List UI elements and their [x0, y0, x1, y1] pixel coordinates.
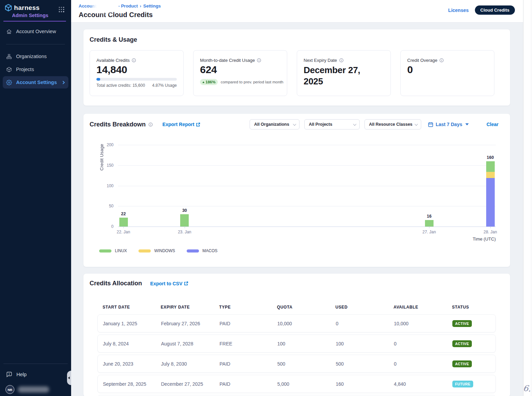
sidebar-item-label: Account Settings: [16, 80, 57, 85]
export-csv-link[interactable]: Export to CSV: [150, 281, 188, 286]
xlab: 22. Jan: [108, 230, 139, 234]
sidebar-divider-bottom: [3, 364, 68, 364]
help-button[interactable]: ? Help: [0, 369, 71, 380]
bar-seg: [486, 161, 495, 172]
app: harness Admin Settings Account Overview: [0, 0, 532, 396]
mtd-usage-value: 624: [200, 64, 280, 76]
legend-label: WINDOWS: [154, 248, 175, 253]
grid-line: [118, 206, 496, 206]
table-header: START DATEEXPIRY DATETYPEQUOTAUSEDAVAILA…: [97, 305, 496, 310]
grid-line: [118, 186, 496, 186]
clear-filters-link[interactable]: Clear: [487, 122, 498, 127]
bar-seg: [119, 218, 128, 227]
calendar-icon: [428, 122, 433, 127]
harness-logo-icon: [4, 4, 12, 12]
sidebar-item-account-settings[interactable]: Account Settings: [3, 76, 68, 88]
credit-overage-value: 0: [407, 64, 488, 76]
chart-legend: LINUXWINDOWSMACOS: [99, 248, 217, 253]
projects-select[interactable]: All Projects: [304, 119, 360, 129]
next-expiry-value: December 27, 2025: [304, 65, 369, 87]
sidebar-collapse-handle[interactable]: [67, 371, 71, 385]
sidebar-divider: [6, 44, 65, 44]
svg-text:?: ?: [8, 373, 10, 376]
mtd-usage-card: Month-to-date Credit Usage 624 186% comp…: [193, 50, 287, 96]
sidebar-item-label: Projects: [16, 67, 34, 72]
breadcrumb-settings[interactable]: Settings: [143, 3, 161, 9]
info-icon[interactable]: [148, 122, 153, 127]
mtd-usage-label: Month-to-date Credit Usage: [200, 58, 255, 63]
credits-breakdown-card: Credits Breakdown Export Report All Orga…: [83, 114, 510, 267]
bar-total: 160: [480, 155, 501, 160]
xtick: [185, 227, 185, 228]
credit-overage-label: Credit Overage: [407, 58, 437, 63]
xtick: [429, 227, 429, 228]
info-icon[interactable]: [339, 58, 344, 63]
usage-percent: 4.87% Usage: [152, 83, 177, 88]
info-icon[interactable]: [439, 58, 444, 63]
grid-line: [118, 145, 496, 145]
sidebar-subtitle: Admin Settings: [12, 13, 66, 18]
sidebar-item-organizations[interactable]: Organizations: [3, 50, 68, 63]
status-badge: FUTURE: [452, 381, 473, 387]
next-expiry-card: Next Expiry Date December 27, 2025: [297, 50, 391, 96]
legend-item[interactable]: WINDOWS: [138, 248, 175, 253]
credits-usage-title: Credits & Usage: [90, 36, 504, 43]
user-name-redacted: [18, 386, 49, 393]
legend-label: LINUX: [115, 248, 127, 253]
cube-icon: [6, 67, 12, 72]
sidebar: harness Admin Settings Account Overview: [0, 0, 71, 396]
table-row: July 8, 2024August 7, 2028FREE1001000ACT…: [97, 334, 496, 353]
external-link-icon: [196, 122, 200, 127]
help-label: Help: [16, 372, 27, 377]
chevron-right-icon: [62, 81, 65, 84]
sidebar-item-projects[interactable]: Projects: [3, 63, 68, 76]
xlab: 23. Jan: [169, 230, 200, 234]
ylab: 100: [90, 183, 114, 188]
total-active-credits: Total active credits: 15,600: [96, 83, 145, 88]
legend-swatch: [138, 249, 151, 252]
resource-classes-select[interactable]: All Resource Classes: [364, 119, 421, 129]
date-range-picker[interactable]: Last 7 Days: [428, 122, 469, 127]
up-arrow-icon: [202, 81, 204, 83]
handwritten-annotation: 6.: [523, 383, 532, 394]
sidebar-item-label: Organizations: [16, 54, 46, 59]
export-report-link[interactable]: Export Report: [162, 122, 200, 127]
sidebar-item-account-overview[interactable]: Account Overview: [3, 25, 68, 38]
brand-name: harness: [14, 4, 40, 12]
bar-seg: [180, 214, 189, 227]
external-link-icon: [184, 281, 188, 286]
main-area: Account - Product › Settings Account Clo…: [71, 0, 523, 396]
ylab: 50: [90, 204, 114, 208]
scrollbar-track[interactable]: [523, 0, 532, 396]
credits-allocation-card: Credits Allocation Export to CSV START D…: [83, 274, 510, 396]
next-expiry-label: Next Expiry Date: [304, 58, 337, 63]
module-grid-icon[interactable]: [59, 7, 64, 12]
organizations-select[interactable]: All Organizations: [250, 119, 300, 129]
legend-item[interactable]: MACOS: [187, 248, 217, 253]
licenses-link[interactable]: Licenses: [448, 8, 469, 13]
info-icon[interactable]: [257, 58, 261, 63]
table-row: January 1, 2025February 27, 2026PAID10,0…: [97, 314, 496, 332]
xtick: [123, 227, 124, 228]
legend-item[interactable]: LINUX: [99, 248, 127, 253]
status-badge: ACTIVE: [452, 340, 472, 347]
bar-seg: [486, 178, 495, 227]
grid-line: [118, 165, 496, 166]
xtick: [490, 227, 491, 228]
user-avatar[interactable]: NB: [5, 385, 14, 394]
home-icon: [6, 29, 12, 35]
chevron-down-icon: [293, 122, 296, 126]
info-icon[interactable]: [132, 58, 136, 63]
trend-badge: 186%: [200, 79, 218, 85]
x-axis-label: Time (UTC): [473, 236, 496, 242]
allocation-table: START DATEEXPIRY DATETYPEQUOTAUSEDAVAILA…: [97, 305, 496, 396]
available-credits-value: 14,840: [96, 64, 177, 76]
table-row: June 20, 2023July 8, 2030PAID5005000ACTI…: [97, 355, 496, 373]
credits-progress-bar: [96, 78, 177, 81]
breadcrumb-product[interactable]: - Product: [118, 3, 138, 9]
table-row: September 28, 2025December 27, 2025PAID5…: [97, 375, 496, 393]
cloud-credits-button[interactable]: Cloud Credits: [475, 5, 515, 15]
ylab: 0: [90, 224, 114, 229]
bar-total: 22: [113, 211, 134, 216]
credit-usage-chart: Credit Usage Time (UTC) LINUXWINDOWSMACO…: [90, 138, 503, 259]
